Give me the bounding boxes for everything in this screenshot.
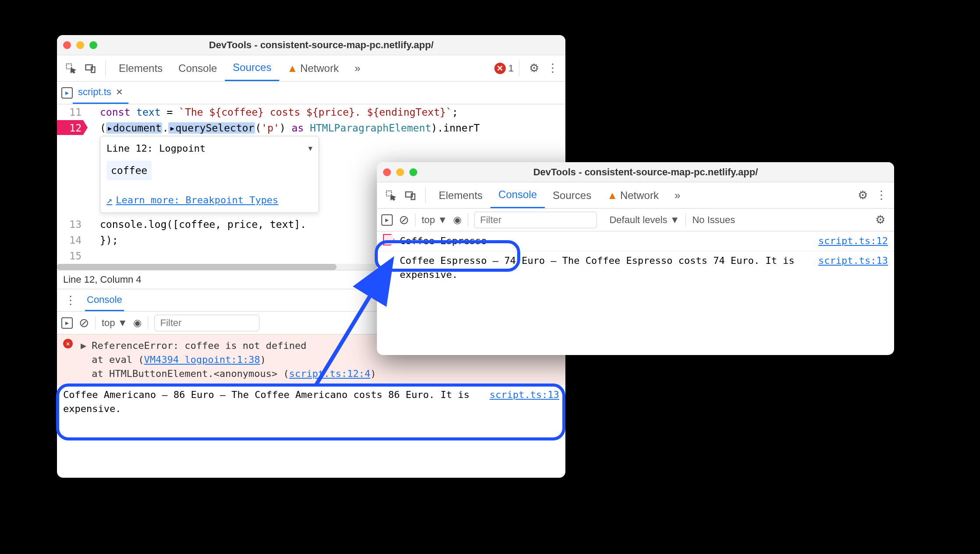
drawer-tab-console[interactable]: Console xyxy=(85,290,124,311)
tab-network-label: Network xyxy=(300,62,339,75)
clear-icon[interactable]: ⊘ xyxy=(399,213,409,227)
close-dot[interactable] xyxy=(383,168,391,176)
file-tab[interactable]: script.ts ✕ xyxy=(73,82,128,104)
expand-icon[interactable]: ▶ xyxy=(81,339,86,381)
external-icon: ↗ xyxy=(107,192,112,208)
log-text: Coffee Espresso – 74 Euro – The Coffee E… xyxy=(400,254,813,282)
error-badge-icon[interactable]: ✕ xyxy=(494,63,506,74)
traffic-lights[interactable] xyxy=(383,168,417,176)
main-toolbar: Elements Console Sources ▲Network » ⚙ ⋮ xyxy=(377,182,894,209)
tab-network[interactable]: ▲Network xyxy=(279,55,347,81)
close-icon[interactable]: ✕ xyxy=(116,87,123,97)
tab-console[interactable]: Console xyxy=(170,55,225,81)
min-dot[interactable] xyxy=(76,41,84,49)
warning-icon: ▲ xyxy=(607,189,618,202)
logpoint-expression-input[interactable]: coffee xyxy=(107,161,152,180)
kebab-icon[interactable]: ⋮ xyxy=(547,61,557,75)
error-icon: ✕ xyxy=(63,339,73,348)
sidebar-toggle-icon[interactable]: ▸ xyxy=(381,214,393,226)
main-toolbar: Elements Console Sources ▲Network » ✕ 1 … xyxy=(57,55,565,82)
stack-link[interactable]: VM4394 logpoint:1:38 xyxy=(144,354,260,365)
line-num[interactable]: 14 xyxy=(57,232,88,248)
context-select[interactable]: top ▼ xyxy=(422,214,447,226)
titlebar[interactable]: DevTools - consistent-source-map-pc.netl… xyxy=(377,162,894,182)
tab-network[interactable]: ▲Network xyxy=(599,182,667,208)
gear-icon[interactable]: ⚙ xyxy=(875,213,885,227)
file-tab-bar: ▸ script.ts ✕ xyxy=(57,82,565,104)
console-logpoint-row[interactable]: Coffee Espresso script.ts:12 xyxy=(377,231,894,251)
issues-label[interactable]: No Issues xyxy=(692,214,735,226)
levels-select[interactable]: Default levels ▼ xyxy=(609,214,679,226)
eye-icon[interactable]: ◉ xyxy=(453,214,462,226)
filter-input[interactable] xyxy=(474,212,597,228)
prompt-icon: › xyxy=(383,287,389,301)
tab-sources[interactable]: Sources xyxy=(225,55,279,81)
max-dot[interactable] xyxy=(409,168,417,176)
logpoint-type-select[interactable]: Logpoint xyxy=(159,141,206,156)
nav-toggle-icon[interactable]: ▸ xyxy=(61,87,73,99)
gear-icon[interactable]: ⚙ xyxy=(529,61,539,75)
eye-icon[interactable]: ◉ xyxy=(133,317,142,329)
devtools-console-window: DevTools - consistent-source-map-pc.netl… xyxy=(377,162,894,355)
line-num[interactable]: 13 xyxy=(57,217,88,232)
kebab-icon[interactable]: ⋮ xyxy=(876,188,886,202)
filter-input[interactable] xyxy=(154,315,259,331)
learn-more-label: Learn more: Breakpoint Types xyxy=(116,192,278,208)
tabs-overflow[interactable]: » xyxy=(347,55,368,81)
warning-icon: ▲ xyxy=(287,62,298,75)
tab-console[interactable]: Console xyxy=(490,182,545,208)
titlebar[interactable]: DevTools - consistent-source-map-pc.netl… xyxy=(57,35,565,55)
context-select[interactable]: top ▼ xyxy=(102,317,127,329)
console-prompt[interactable]: › xyxy=(377,284,894,304)
file-tab-label: script.ts xyxy=(78,86,111,98)
device-icon[interactable] xyxy=(404,189,416,202)
logpoint-flag-icon[interactable]: 12 xyxy=(57,120,88,135)
learn-more-link[interactable]: ↗ Learn more: Breakpoint Types xyxy=(107,192,312,208)
stack-link[interactable]: script.ts:12:4 xyxy=(289,368,370,379)
line-num[interactable]: 15 xyxy=(57,248,88,264)
window-title: DevTools - consistent-source-map-pc.netl… xyxy=(105,39,537,51)
inspect-icon[interactable] xyxy=(65,62,77,75)
device-icon[interactable] xyxy=(84,62,96,75)
console-log-row[interactable]: Coffee Espresso – 74 Euro – The Coffee E… xyxy=(377,251,894,284)
sidebar-toggle-icon[interactable]: ▸ xyxy=(61,317,73,329)
gear-icon[interactable]: ⚙ xyxy=(858,188,868,202)
logpoint-icon xyxy=(383,234,394,245)
logpoint-editor: Line 12: Logpoint ▼ coffee ↗ Learn more:… xyxy=(100,136,319,213)
tab-elements[interactable]: Elements xyxy=(111,55,170,81)
tab-sources[interactable]: Sources xyxy=(545,182,599,208)
min-dot[interactable] xyxy=(396,168,404,176)
chevron-down-icon[interactable]: ▼ xyxy=(308,141,312,156)
cursor-position: Line 12, Column 4 xyxy=(63,274,142,285)
console-output: Coffee Espresso script.ts:12 Coffee Espr… xyxy=(377,231,894,304)
tabs-overflow[interactable]: » xyxy=(667,182,688,208)
line-num[interactable]: 11 xyxy=(57,104,88,120)
error-count[interactable]: 1 xyxy=(508,63,514,74)
close-dot[interactable] xyxy=(63,41,71,49)
console-toolbar: ▸ ⊘ top ▼ ◉ Default levels ▼ No Issues ⚙ xyxy=(377,209,894,231)
tab-network-label: Network xyxy=(620,189,659,202)
source-link[interactable]: script.ts:13 xyxy=(818,254,888,282)
code-line-11: const text = `The ${coffee} costs ${pric… xyxy=(88,104,565,120)
source-link[interactable]: script.ts:12 xyxy=(818,234,888,248)
clear-icon[interactable]: ⊘ xyxy=(79,316,89,330)
max-dot[interactable] xyxy=(89,41,97,49)
log-text: Coffee Americano – 86 Euro – The Coffee … xyxy=(63,388,484,416)
inspect-icon[interactable] xyxy=(385,189,397,202)
tab-elements[interactable]: Elements xyxy=(431,182,490,208)
line-num-bp[interactable]: 12 xyxy=(57,120,88,136)
console-log-row[interactable]: Coffee Americano – 86 Euro – The Coffee … xyxy=(57,385,565,419)
log-text: Coffee Espresso xyxy=(400,234,813,248)
kebab-icon[interactable]: ⋮ xyxy=(65,294,75,307)
source-link[interactable]: script.ts:13 xyxy=(490,388,559,416)
code-line-12: (▸document.▸querySelector('p') as HTMLPa… xyxy=(88,120,565,136)
window-title: DevTools - consistent-source-map-pc.netl… xyxy=(425,167,866,178)
logpoint-line-label: Line 12: xyxy=(107,141,153,156)
traffic-lights[interactable] xyxy=(63,41,97,49)
